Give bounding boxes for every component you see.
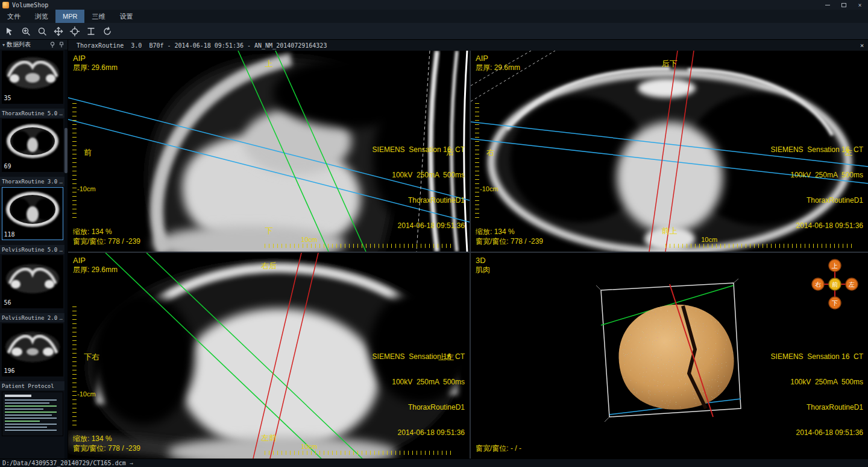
viewport-axial[interactable]: -10cm 10cm AIP 层厚: 29.6mm 后下 右 左 前上 缩放: … [471,51,868,252]
zoom-readout: 缩放: 134 % [73,227,112,237]
device-info-block: SIEMENS Sensation 16 CT 100kV 250mA 500m… [373,129,465,247]
series-label[interactable]: PelvisRoutine 2.0 … [0,313,64,322]
zoom-in-icon [20,26,31,37]
status-file-path: D:/Data/4309537_20140729/CT165.dcm [2,460,126,466]
slab-thickness-label: 层厚: 29.6mm [73,63,118,73]
link-icon[interactable] [49,41,56,48]
series-item-2-selected[interactable]: ThoraxRoutine 3.0 … 118 [0,177,64,240]
series-item-1[interactable]: ThoraxRoutine 5.0 … 69 [0,109,64,172]
series-thumbnail[interactable]: 118 [2,187,63,240]
device-info-line: SIEMENS Sensation 16 CT [373,145,465,154]
device-info-block: SIEMENS Sensation 16 CT 100kV 250mA 500m… [771,129,863,247]
slice-scroll-button[interactable] [84,24,98,39]
title-bar: VolumeShop × [0,0,868,10]
series-label-text: ThoraxRoutine 5.0 [2,110,57,116]
ct-thumbnail-lung [2,188,63,231]
orientation-label-left: 下右 [84,352,99,363]
chevron-down-icon: ▾ [2,42,5,48]
orientation-label-bottom: 下 [265,226,273,237]
crosshair-button[interactable] [68,24,82,39]
protocol-thumbnail [2,392,63,436]
device-info-line: SIEMENS Sensation 16 CT [771,352,863,361]
series-label-text: ThoraxRoutine 3.0 [2,179,57,185]
slab-thickness-label: 层厚: 29.6mm [73,265,118,275]
series-header-bar: ThoraxRoutine 3.0 B70f - 2014-06-18 09:5… [68,40,868,51]
vertical-ruler [72,307,77,426]
series-thumbnail[interactable]: 196 [2,323,63,376]
device-info-line: 100kV 250mA 500ms [373,171,465,179]
maximize-button[interactable] [835,0,852,10]
data-list-header[interactable]: ▾ 数据列表 [0,40,68,49]
data-list-title: 数据列表 [7,40,31,49]
viewport-sagittal[interactable]: -10cm 10cm AIP 层厚: 29.6mm 上 前 后 下 缩放: 13… [68,51,470,252]
reset-button[interactable] [100,24,115,39]
horizontal-ruler-label: 10cm [701,236,717,243]
series-label[interactable]: PelvisRoutine 5.0 … [0,245,64,254]
slice-count: 69 [2,163,63,171]
series-close-button[interactable]: × [856,42,868,49]
menu-browse[interactable]: 浏览 [28,10,55,23]
status-arrow-icon: → [130,460,133,466]
more-icon: … [60,110,63,116]
app-icon [2,2,9,8]
maximize-icon [841,3,846,7]
series-thumbnail[interactable]: 56 [2,255,63,308]
probe-icon [4,26,15,37]
menu-settings[interactable]: 设置 [112,10,140,23]
device-info-line: 100kV 250mA 500ms [771,171,863,179]
render-mode-label: AIP [476,54,488,63]
render-mode-label: AIP [73,256,86,265]
horizontal-ruler-label: 10cm [301,236,317,243]
vertical-ruler-label: -10cm [480,185,498,192]
slice-count: 196 [2,367,63,376]
series-label-text: Patient Protocol [2,383,54,389]
device-info-line: ThoraxRoutineD1 [373,403,465,411]
scrollbar-thumb[interactable] [64,128,68,173]
series-item-3[interactable]: PelvisRoutine 5.0 … 56 [0,245,64,308]
device-info-line: SIEMENS Sensation 16 CT [771,145,863,154]
series-item-4[interactable]: PelvisRoutine 2.0 … 196 [0,313,64,376]
series-item-0[interactable]: 35 [0,51,64,104]
series-item-5-protocol[interactable]: Patient Protocol [0,381,64,436]
orientation-label-bottom: 左前 [261,433,277,443]
sidebar-scrollbar[interactable] [64,49,68,459]
compass-down-label: 下 [832,300,838,307]
slice-count: 35 [2,95,63,103]
device-info-line: SIEMENS Sensation 16 CT [373,352,465,361]
minimize-button[interactable] [819,0,835,10]
more-icon: … [60,247,63,253]
pan-button[interactable] [51,24,66,39]
window-level-readout: 窗宽/窗位: - / - [476,443,521,454]
zoom-in-button[interactable] [19,24,33,39]
series-label[interactable]: ThoraxRoutine 5.0 … [0,109,64,118]
series-thumbnail[interactable]: 35 [2,51,63,104]
render-mode-label: 3D [476,256,486,265]
orientation-compass[interactable]: 上 下 右 左 前 [811,258,858,311]
slice-count: 118 [2,231,63,240]
series-thumbnail[interactable]: 69 [2,119,63,172]
pin-icon[interactable] [58,41,65,48]
ct-thumbnail-abdomen [2,51,63,95]
orientation-label-top: 后下 [662,59,678,69]
slab-thickness-label: 层厚: 29.6mm [476,63,520,73]
series-label[interactable]: Patient Protocol [0,381,64,390]
ct-thumbnail-lung [2,119,63,163]
menu-file[interactable]: 文件 [0,10,28,23]
series-thumbnail[interactable] [2,392,63,436]
close-button[interactable]: × [852,0,868,10]
orientation-label-top: 上 [265,59,273,69]
series-label-text: PelvisRoutine 5.0 [2,247,57,253]
vertical-ruler [72,103,77,220]
minimize-icon [825,5,830,5]
magnifier-button[interactable] [35,24,49,39]
device-info-line: 100kV 250mA 500ms [771,378,863,386]
menu-mpr[interactable]: MPR [55,10,84,23]
menu-3d[interactable]: 三维 [84,10,112,23]
probe-button[interactable] [2,24,17,39]
viewport-oblique[interactable]: -10cm 10cm AIP 层厚: 29.6mm 右后 下右 上左 左前 缩放… [68,253,470,459]
zoom-readout: 缩放: 134 % [476,227,515,237]
viewport-3d[interactable]: 上 下 右 左 前 3D 肌肉 窗宽/窗位: - / - SIEMENS Sen… [471,253,868,459]
toolbar [0,23,868,40]
series-label[interactable]: ThoraxRoutine 3.0 … [0,177,64,186]
device-info-line: ThoraxRoutineD1 [771,403,863,411]
